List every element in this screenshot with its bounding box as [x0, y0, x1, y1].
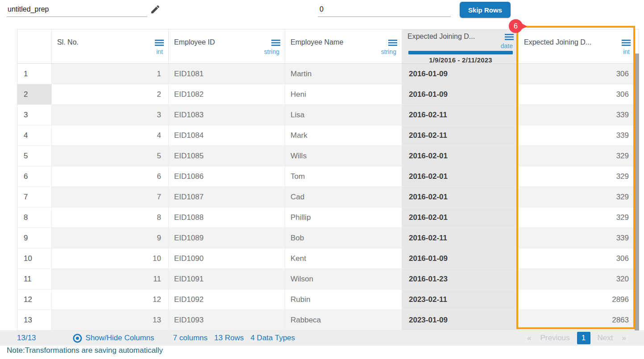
row-number-cell[interactable]: 13 — [17, 310, 52, 330]
column-menu-icon[interactable] — [622, 40, 631, 48]
joining-date-cell: 2016-02-11 — [402, 105, 519, 125]
joining-date-cell: 2016-02-01 — [402, 146, 519, 166]
pagination: « Previous 1 Next » — [523, 332, 631, 344]
show-hide-columns-label: Show/Hide Columns — [86, 334, 154, 342]
employee-id-cell: EID1087 — [169, 187, 285, 207]
employee-name-cell: Heni — [285, 84, 402, 105]
table-row: 8 8 EID1088 Phillip 2016-02-01 329 — [17, 207, 639, 228]
row-number-cell[interactable]: 7 — [17, 187, 52, 207]
joining-date-cell: 2016-01-09 — [402, 84, 519, 105]
pagination-previous[interactable]: Previous — [540, 334, 569, 342]
row-number-cell[interactable]: 9 — [17, 228, 52, 248]
row-number-cell[interactable]: 12 — [17, 289, 52, 310]
employee-id-cell: EID1086 — [169, 166, 285, 187]
column-menu-icon[interactable] — [505, 34, 514, 42]
employee-name-cell: Rabbeca — [285, 310, 402, 330]
data-prep-app: Skip Rows Sl. No. int Employee ID — [0, 0, 644, 359]
column-menu-icon[interactable] — [388, 40, 397, 48]
row-number-cell[interactable]: 10 — [17, 248, 52, 269]
vertical-scrollbar[interactable] — [635, 54, 639, 330]
pagination-current-page[interactable]: 1 — [577, 332, 590, 344]
employee-name-cell: Tom — [285, 166, 402, 187]
employee-name-cell: Wills — [285, 146, 402, 166]
column-header-3[interactable]: Expected Joining D... date 1/9/2016 - 2/… — [402, 29, 519, 63]
column-header-2[interactable]: Employee Name string — [285, 29, 402, 63]
pagination-next[interactable]: Next — [598, 334, 613, 342]
employee-name-cell: Phillip — [285, 207, 402, 228]
column-title: Employee ID — [174, 38, 269, 46]
table-row: 6 6 EID1086 Tom 2016-02-01 329 — [17, 166, 639, 187]
row-number-cell[interactable]: 5 — [17, 146, 52, 166]
employee-id-cell: EID1091 — [169, 269, 285, 289]
column-menu-icon[interactable] — [155, 40, 164, 48]
top-toolbar: Skip Rows — [0, 0, 644, 27]
date-range-bar — [408, 51, 513, 54]
joining-date-cell: 2016-02-01 — [402, 207, 519, 228]
employee-name-cell: Wilson — [285, 269, 402, 289]
column-header-4[interactable]: Expected Joining D... int — [519, 29, 635, 63]
column-menu-icon[interactable] — [271, 40, 280, 48]
column-title: Employee Name — [291, 38, 386, 46]
table-header-row: Sl. No. int Employee ID strin — [17, 29, 639, 64]
table-row: 3 3 EID1083 Lisa 2016-02-11 339 — [17, 105, 639, 125]
prep-name-input[interactable] — [7, 2, 147, 17]
column-type-label: date — [407, 42, 514, 50]
column-type-label: int — [524, 48, 631, 55]
column-type-label: int — [57, 48, 164, 55]
table-row: 4 4 EID1084 Mark 2016-02-11 339 — [17, 125, 639, 146]
show-hide-columns-link[interactable]: Show/Hide Columns — [73, 334, 154, 343]
eye-icon — [73, 334, 82, 343]
table-body: 1 1 EID1081 Martin 2016-01-09 306 2 2 EI… — [17, 64, 639, 331]
columns-count-link[interactable]: 7 columns — [173, 334, 208, 342]
sl-no-cell: 12 — [52, 289, 169, 310]
scrollbar-thumb[interactable] — [635, 54, 639, 330]
table-row: 12 12 EID1092 Rubin 2023-02-11 2896 — [17, 289, 639, 310]
sl-no-cell: 5 — [52, 146, 169, 166]
column-type-label: string — [174, 48, 280, 55]
rows-count-link[interactable]: 13 Rows — [214, 334, 244, 342]
employee-id-cell: EID1088 — [169, 207, 285, 228]
skip-rows-button[interactable]: Skip Rows — [460, 2, 511, 18]
edit-name-pencil-icon[interactable] — [150, 4, 161, 15]
pagination-last[interactable]: » — [622, 334, 626, 342]
employee-name-cell: Bob — [285, 228, 402, 248]
table-row: 5 5 EID1085 Wills 2016-02-01 329 — [17, 146, 639, 166]
date-range-summary: 1/9/2016 - 2/11/2023 — [407, 51, 514, 64]
employee-id-cell: EID1092 — [169, 289, 285, 310]
sl-no-cell: 8 — [52, 207, 169, 228]
visible-row-count: 13/13 — [17, 334, 36, 342]
row-number-cell[interactable]: 1 — [17, 64, 52, 84]
column-title: Expected Joining D... — [524, 38, 619, 46]
table-row: 11 11 EID1091 Wilson 2016-01-23 320 — [17, 269, 639, 289]
sl-no-cell: 9 — [52, 228, 169, 248]
joining-days-cell: 329 — [519, 146, 635, 166]
data-types-count-link[interactable]: 4 Data Types — [250, 334, 295, 342]
table-row: 9 9 EID1089 Bob 2016-02-11 339 — [17, 228, 639, 248]
column-badge-count: 6 — [509, 19, 523, 33]
row-number-cell[interactable]: 8 — [17, 207, 52, 228]
sl-no-cell: 1 — [52, 64, 169, 84]
row-number-cell[interactable]: 2 — [17, 84, 52, 105]
row-number-cell[interactable]: 3 — [17, 105, 52, 125]
joining-date-cell: 2016-01-09 — [402, 248, 519, 269]
joining-days-cell: 339 — [519, 228, 635, 248]
joining-date-cell: 2016-02-11 — [402, 228, 519, 248]
date-range-text: 1/9/2016 - 2/11/2023 — [407, 56, 514, 64]
joining-date-cell: 2016-02-01 — [402, 166, 519, 187]
joining-date-cell: 2023-01-09 — [402, 310, 519, 330]
column-type-label: string — [291, 48, 397, 55]
table-stats: 7 columns 13 Rows 4 Data Types — [173, 334, 302, 342]
column-header-1[interactable]: Employee ID string — [169, 29, 285, 63]
sl-no-cell: 10 — [52, 248, 169, 269]
joining-days-cell: 2863 — [519, 310, 635, 330]
joining-date-cell: 2016-02-11 — [402, 125, 519, 146]
column-header-0[interactable]: Sl. No. int — [52, 29, 169, 63]
table-row: 10 10 EID1090 Kent 2016-01-09 306 — [17, 248, 639, 269]
row-number-cell[interactable]: 6 — [17, 166, 52, 187]
sl-no-cell: 2 — [52, 84, 169, 105]
skip-rows-input[interactable] — [318, 2, 451, 17]
pagination-first[interactable]: « — [527, 334, 531, 342]
employee-name-cell: Rubin — [285, 289, 402, 310]
row-number-cell[interactable]: 11 — [17, 269, 52, 289]
row-number-cell[interactable]: 4 — [17, 125, 52, 146]
